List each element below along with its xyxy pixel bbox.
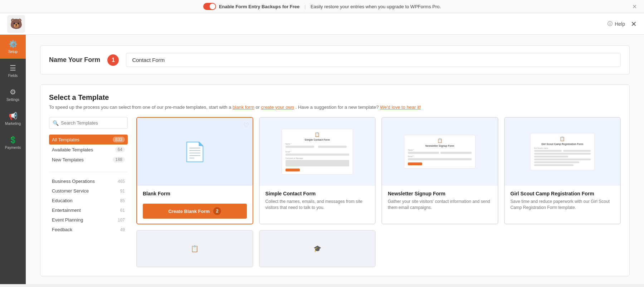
sidebar-label-payments: Payments xyxy=(5,146,21,150)
blank-card-preview: ♡ 📄 xyxy=(137,118,253,186)
category-feedback[interactable]: Feedback 49 xyxy=(49,225,128,234)
newsletter-card-desc: Gather your site visitors' contact infor… xyxy=(388,199,492,211)
newsletter-card-title: Newsletter Signup Form xyxy=(388,191,492,196)
simple-contact-card-title: Simple Contact Form xyxy=(265,191,370,196)
filter-categories: Business Operations 465 Customer Service… xyxy=(49,176,128,234)
blank-card-body: Blank Form xyxy=(137,186,253,204)
step-badge-1: 1 xyxy=(107,54,119,66)
template-card-simple-contact[interactable]: 📋 Simple Contact Form Name * Email * Com… xyxy=(259,117,376,224)
help-button[interactable]: ⓘ Help xyxy=(608,21,625,27)
search-input-wrap: 🔍 xyxy=(49,117,128,129)
header-actions: ⓘ Help ✕ xyxy=(608,20,637,28)
app-logo: 🐻 xyxy=(7,15,25,33)
bear-logo-icon: 🐻 xyxy=(10,18,23,30)
newsletter-preview: 📋 Newsletter Signup Form Name * Email * xyxy=(382,118,498,186)
close-button[interactable]: ✕ xyxy=(631,20,637,28)
template-card-partial-2[interactable]: 🎓 xyxy=(259,230,376,267)
simple-contact-card-desc: Collect the names, emails, and messages … xyxy=(265,199,370,211)
filter-all-templates[interactable]: All Templates 833 xyxy=(49,135,128,145)
partial-preview-1: 📋 xyxy=(137,231,253,267)
form-name-input[interactable] xyxy=(126,53,621,67)
create-blank-button[interactable]: Create Blank Form 2 xyxy=(143,204,247,219)
girl-scout-card-body: Girl Scout Camp Registration Form Save t… xyxy=(505,186,620,216)
filter-new-templates[interactable]: New Templates 188 xyxy=(49,155,128,165)
sidebar-item-payments[interactable]: 💲 Payments xyxy=(0,131,26,155)
sidebar-item-fields[interactable]: ☰ Fields xyxy=(0,59,26,83)
category-education[interactable]: Education 85 xyxy=(49,196,128,205)
category-business-operations[interactable]: Business Operations 465 xyxy=(49,176,128,186)
sidebar-item-marketing[interactable]: 📢 Marketing xyxy=(0,107,26,131)
toggle-track xyxy=(203,3,216,10)
fields-icon: ☰ xyxy=(10,64,16,72)
notification-bar: Enable Form Entry Backups for Free | Eas… xyxy=(0,0,644,13)
marketing-icon: 📢 xyxy=(9,112,18,120)
create-own-link[interactable]: create your own xyxy=(261,104,294,110)
payments-icon: 💲 xyxy=(9,136,18,144)
template-title: Select a Template xyxy=(49,93,621,102)
girl-scout-card-title: Girl Scout Camp Registration Form xyxy=(511,191,615,196)
question-icon: ⓘ xyxy=(608,21,613,27)
mini-form-simple-contact: 📋 Simple Contact Form Name * Email * Com… xyxy=(282,129,353,175)
content-area: Name Your Form 1 Select a Template To sp… xyxy=(26,35,644,284)
search-icon: 🔍 xyxy=(53,120,59,126)
girl-scout-preview: 📋 Girl Scout Camp Registration Form Girl… xyxy=(505,118,620,186)
toggle-switch[interactable] xyxy=(203,3,216,10)
template-subtitle: To speed up the process you can select f… xyxy=(49,104,621,110)
settings-icon: ⚙ xyxy=(10,88,16,96)
template-card-newsletter[interactable]: 📋 Newsletter Signup Form Name * Email * xyxy=(381,117,498,224)
simple-contact-preview: 📋 Simple Contact Form Name * Email * Com… xyxy=(260,118,375,186)
template-section: Select a Template To speed up the proces… xyxy=(40,84,630,276)
template-card-partial-1[interactable]: 📋 xyxy=(136,230,253,267)
search-input[interactable] xyxy=(49,117,128,129)
simple-contact-card-body: Simple Contact Form Collect the names, e… xyxy=(260,186,375,216)
sidebar-label-setup: Setup xyxy=(8,50,18,54)
app-header: 🐻 ⓘ Help ✕ xyxy=(0,13,644,35)
mini-form-girl-scout: 📋 Girl Scout Camp Registration Form Girl… xyxy=(530,133,595,170)
filter-divider xyxy=(49,172,128,172)
blank-form-link[interactable]: blank form xyxy=(233,104,254,110)
notif-text: Enable Form Entry Backups for Free | Eas… xyxy=(219,4,441,9)
filter-main: All Templates 833 Available Templates 64… xyxy=(49,135,128,165)
template-card-blank[interactable]: ♡ 📄 Blank Form Create Blank Form 2 xyxy=(136,117,253,224)
sidebar-item-settings[interactable]: ⚙ Settings xyxy=(0,83,26,107)
setup-icon: ⚙️ xyxy=(9,40,18,48)
template-card-girl-scout[interactable]: 📋 Girl Scout Camp Registration Form Girl… xyxy=(504,117,621,224)
partial-preview-2: 🎓 xyxy=(260,231,375,267)
notif-close-button[interactable]: ✕ xyxy=(632,3,637,10)
sidebar-label-marketing: Marketing xyxy=(5,122,21,126)
template-grid: ♡ 📄 Blank Form Create Blank Form 2 xyxy=(136,117,621,267)
step-badge-2: 2 xyxy=(213,207,221,215)
template-body: 🔍 All Templates 833 Available Templates … xyxy=(49,117,621,267)
blank-card-title: Blank Form xyxy=(143,191,247,196)
category-event-planning[interactable]: Event Planning 107 xyxy=(49,215,128,225)
sidebar-label-settings: Settings xyxy=(6,98,19,102)
sidebar-item-setup[interactable]: ⚙️ Setup xyxy=(0,35,26,59)
newsletter-card-body: Newsletter Signup Form Gather your site … xyxy=(382,186,498,216)
filter-panel: 🔍 All Templates 833 Available Templates … xyxy=(49,117,128,267)
category-customer-service[interactable]: Customer Service 91 xyxy=(49,186,128,196)
blank-form-icon: 📄 xyxy=(183,141,206,163)
mini-form-newsletter: 📋 Newsletter Signup Form Name * Email * xyxy=(404,135,475,169)
girl-scout-card-desc: Save time and reduce paperwork with our … xyxy=(511,199,615,211)
category-entertainment[interactable]: Entertainment 61 xyxy=(49,205,128,215)
form-name-label: Name Your Form xyxy=(49,56,100,64)
filter-available-templates[interactable]: Available Templates 64 xyxy=(49,145,128,155)
main-layout: ⚙️ Setup ☰ Fields ⚙ Settings 📢 Marketing… xyxy=(0,35,644,284)
toggle-thumb xyxy=(210,4,215,9)
sidebar: ⚙️ Setup ☰ Fields ⚙ Settings 📢 Marketing… xyxy=(0,35,26,284)
sidebar-label-fields: Fields xyxy=(8,74,18,78)
suggest-link[interactable]: We'd love to hear it! xyxy=(380,104,421,110)
form-name-section: Name Your Form 1 xyxy=(40,45,630,74)
favorite-button-blank[interactable]: ♡ xyxy=(243,121,249,129)
